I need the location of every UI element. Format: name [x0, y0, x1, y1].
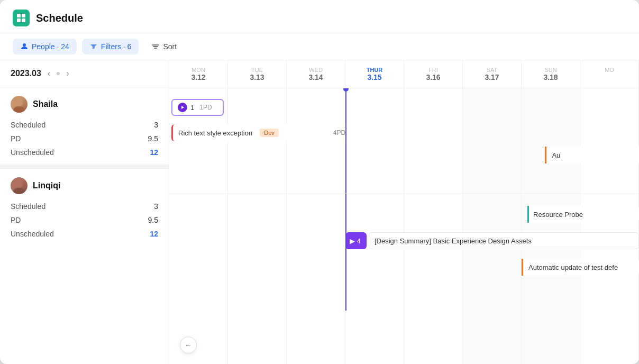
today-line-linqiqi [345, 194, 346, 311]
today-dot [343, 88, 349, 92]
stat-value-unscheduled: 12 [150, 230, 158, 238]
task-card-resource-probe[interactable]: Resource Probe [527, 206, 639, 223]
task-label: ▶ 4 [350, 237, 361, 245]
svg-point-7 [15, 180, 23, 188]
svg-point-8 [13, 188, 25, 194]
task-card-auto-update[interactable]: Automatic update of test defe [522, 259, 639, 276]
stat-label: Scheduled [11, 202, 45, 211]
left-panel: 2023.03 ‹ › Shaila [0, 60, 169, 364]
col-header-wed: WED 3.14 [287, 60, 345, 88]
cal-rows: 1 1PD Rich text style exception Dev 4PD [169, 88, 639, 311]
person-section-shaila: Shaila Scheduled 3 PD 9.5 Unscheduled 12 [0, 87, 169, 165]
person-stats-shaila: Scheduled 3 PD 9.5 Unscheduled 12 [0, 118, 169, 165]
task-card-1pd[interactable]: 1 1PD [171, 99, 224, 116]
avatar-shaila [11, 96, 28, 113]
pd-text: 4PD [333, 129, 345, 136]
col-header-sat: SAT 3.17 [463, 60, 522, 88]
sort-btn-label: Sort [163, 42, 177, 51]
stat-row: Scheduled 3 [11, 199, 158, 213]
stat-value-unscheduled: 12 [150, 148, 158, 157]
task-card-rich-text[interactable]: Rich text style exception Dev 4PD [171, 124, 353, 141]
app-window: Schedule People · 24 Filters · 6 Sort 20… [0, 0, 639, 364]
stat-row: PD 9.5 [11, 132, 158, 145]
person-row-linqiqi: Resource Probe ▶ 4 [Design Summary] Basi… [169, 194, 639, 311]
people-button[interactable]: People · 24 [13, 39, 77, 54]
svg-marker-9 [181, 106, 184, 109]
task-label: Resource Probe [533, 211, 583, 219]
filters-button[interactable]: Filters · 6 [82, 39, 139, 54]
svg-point-6 [13, 106, 25, 113]
prev-btn[interactable]: ‹ [45, 68, 52, 79]
person-name-shaila: Shaila [33, 99, 58, 109]
stat-row: Unscheduled 12 [11, 227, 158, 241]
svg-point-5 [15, 99, 23, 106]
col-header-tue: TUE 3.13 [228, 60, 287, 88]
person-section-linqiqi: Linqiqi Scheduled 3 PD 9.5 Unscheduled 1… [0, 169, 169, 246]
stat-row: Unscheduled 12 [11, 145, 158, 159]
stat-value: 9.5 [148, 216, 158, 224]
filters-btn-label: Filters · 6 [101, 42, 132, 51]
svg-rect-3 [22, 19, 25, 22]
person-stats-linqiqi: Scheduled 3 PD 9.5 Unscheduled 12 [0, 199, 169, 246]
task-card-au[interactable]: Au [545, 147, 639, 163]
date-nav: 2023.03 ‹ › [0, 60, 169, 87]
svg-rect-2 [17, 19, 21, 22]
calendar-area: MON 3.12 TUE 3.13 WED 3.14 THUR 3.15 FRI [169, 60, 639, 364]
dev-tag: Dev [260, 129, 279, 137]
play-icon [178, 103, 187, 112]
svg-rect-1 [22, 14, 25, 17]
col-header-fri: FRI 3.16 [404, 60, 463, 88]
stat-value: 9.5 [148, 134, 158, 143]
main-content: 2023.03 ‹ › Shaila [0, 60, 639, 364]
col-header-sun: SUN 3.18 [522, 60, 580, 88]
next-btn[interactable]: › [64, 68, 71, 79]
stat-label: Unscheduled [11, 148, 54, 157]
task-label: Rich text style exception [178, 129, 252, 137]
calendar-header: MON 3.12 TUE 3.13 WED 3.14 THUR 3.15 FRI [169, 60, 639, 88]
divider [0, 165, 169, 169]
person-header-linqiqi: Linqiqi [0, 169, 169, 199]
stat-row: PD 9.5 [11, 213, 158, 227]
task-card-design-summary[interactable]: [Design Summary] Basic Experience Design… [369, 232, 639, 249]
task-card-play4[interactable]: ▶ 4 [345, 232, 367, 249]
stat-row: Scheduled 3 [11, 118, 158, 132]
task-label: [Design Summary] Basic Experience Design… [375, 237, 532, 245]
date-label: 2023.03 [11, 69, 41, 78]
stat-label: PD [11, 134, 21, 143]
stat-value: 3 [154, 121, 158, 129]
date-dot [57, 72, 60, 75]
calendar-body: 1 1PD Rich text style exception Dev 4PD [169, 88, 639, 364]
sort-button[interactable]: Sort [144, 39, 184, 54]
person-header-shaila: Shaila [0, 87, 169, 118]
back-button[interactable]: ← [180, 336, 197, 353]
col-header-mo: MO [580, 60, 639, 88]
task-label: Automatic update of test defe [528, 263, 618, 271]
app-icon [13, 10, 30, 26]
page-title: Schedule [36, 12, 83, 24]
person-row-shaila: 1 1PD Rich text style exception Dev 4PD [169, 88, 639, 194]
titlebar: Schedule [0, 0, 639, 33]
stat-label: Scheduled [11, 121, 45, 129]
stat-label: PD [11, 216, 21, 224]
person-name-linqiqi: Linqiqi [33, 181, 60, 190]
col-header-thur: THUR 3.15 [345, 60, 404, 88]
stat-label: Unscheduled [11, 230, 54, 238]
col-header-mon: MON 3.12 [169, 60, 228, 88]
svg-rect-0 [17, 14, 21, 17]
toolbar: People · 24 Filters · 6 Sort [0, 33, 639, 60]
svg-point-4 [23, 43, 26, 47]
people-btn-label: People · 24 [32, 42, 69, 51]
stat-value: 3 [154, 202, 158, 211]
task-label: 1 [190, 104, 194, 112]
today-line-shaila [345, 88, 346, 194]
calendar-grid: 1 1PD Rich text style exception Dev 4PD [169, 88, 639, 364]
avatar-linqiqi [11, 177, 28, 194]
pd-label: 1PD [199, 104, 212, 111]
task-label: Au [552, 151, 560, 159]
